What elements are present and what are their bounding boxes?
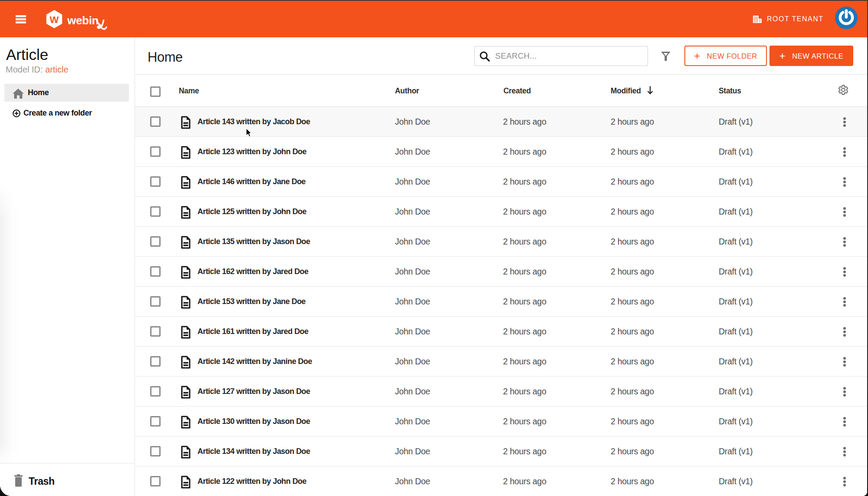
svg-text:W: W	[50, 14, 59, 25]
